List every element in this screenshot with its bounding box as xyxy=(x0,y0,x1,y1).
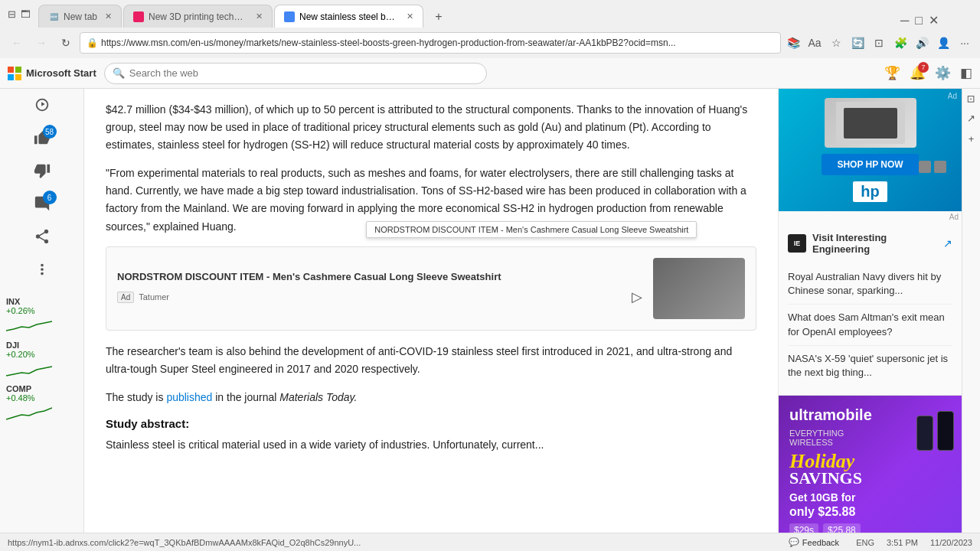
ad-play-icon[interactable]: ▷ xyxy=(632,289,642,305)
refresh-button[interactable]: ↻ xyxy=(55,32,77,54)
tab-3-favicon xyxy=(284,11,295,22)
hp-computer-image xyxy=(825,98,916,148)
split-icon[interactable]: ⊡ xyxy=(870,34,888,52)
tab-2-label: New 3D printing technology en... xyxy=(149,11,248,22)
ie-item-1[interactable]: Royal Australian Navy divers hit by Chin… xyxy=(788,264,952,305)
ie-header: IE Visit Interesting Engineering ↗ xyxy=(788,232,952,255)
tab-strip-icon[interactable]: 🗔 xyxy=(21,8,31,20)
tab-3-label: New stainless steel boosts green... xyxy=(299,11,399,22)
right-panel-icon[interactable]: ◧ xyxy=(960,65,972,81)
notification-badge: 7 xyxy=(918,62,929,73)
search-input[interactable] xyxy=(129,67,479,79)
far-right-strip: ⊡ ↗ + xyxy=(962,89,980,533)
stock-comp-chart xyxy=(6,403,52,422)
tab-close-2[interactable]: ✕ xyxy=(256,11,263,21)
forward-button[interactable]: → xyxy=(31,32,52,54)
ie-logo: IE xyxy=(788,234,806,253)
stock-dji-label: DJI xyxy=(6,341,77,350)
lock-icon: 🔒 xyxy=(87,37,98,48)
dislike-icon[interactable] xyxy=(34,162,51,181)
back-button[interactable]: ← xyxy=(6,32,28,54)
notification-icon[interactable]: 🔔 7 xyxy=(910,65,926,81)
ie-external-icon[interactable]: ↗ xyxy=(943,237,952,249)
walmart-ad: ultramobile EVERYTHING WIRELESS Holiday … xyxy=(779,396,962,533)
tab-1[interactable]: 🆕 New tab ✕ xyxy=(38,5,122,28)
in-article-ad: NORDSTROM DISCOUNT ITEM - Men's Cashmere… xyxy=(106,246,756,331)
ultra-text: ultramobile xyxy=(789,406,872,424)
phone-shape-1 xyxy=(916,416,933,451)
status-right: 💬 Feedback ENG 3:51 PM 11/20/2023 xyxy=(784,536,972,549)
left-sidebar: 58 6 INX +0.26% xyxy=(0,89,84,533)
ie-item-3[interactable]: NASA's X-59 'quiet' supersonic jet is th… xyxy=(788,346,952,386)
more-options-icon[interactable]: ··· xyxy=(956,34,974,52)
audio-sidebar-icon[interactable] xyxy=(34,96,51,116)
close-button[interactable]: ✕ xyxy=(929,13,939,28)
browser-chrome: ⊟ 🗔 🆕 New tab ✕ New 3D printing technolo… xyxy=(0,0,980,58)
feedback-label: Feedback xyxy=(802,538,839,547)
window-icon[interactable]: ⊟ xyxy=(8,8,16,20)
msn-search-box[interactable]: 🔍 xyxy=(104,63,487,84)
right-sidebar: Ad SHOP HP NOW hp Ad IE Visit Interestin… xyxy=(778,89,962,533)
main-content-area: 58 6 INX +0.26% xyxy=(0,89,980,533)
collections-strip-icon[interactable]: ⊡ xyxy=(965,95,977,103)
tab-3[interactable]: New stainless steel boosts green... ✕ xyxy=(274,5,423,28)
settings-icon[interactable]: ⚙️ xyxy=(935,65,951,81)
article-paragraph-3: Stainless steel is critical material use… xyxy=(106,436,756,454)
stock-dji-chart xyxy=(6,359,52,378)
msn-name: Microsoft Start xyxy=(26,67,96,79)
maximize-button[interactable]: □ xyxy=(915,14,923,28)
ie-title: Visit Interesting Engineering xyxy=(812,232,937,255)
expand-strip-icon[interactable]: + xyxy=(969,133,975,145)
tab-close-3[interactable]: ✕ xyxy=(407,11,413,21)
share-strip-icon[interactable]: ↗ xyxy=(967,112,975,124)
tab-favicon: 🆕 xyxy=(48,11,59,22)
study-abstract-heading: Study abstract: xyxy=(106,417,756,430)
stock-inx[interactable]: INX +0.26% xyxy=(6,297,77,334)
status-date: 11/20/2023 xyxy=(930,538,972,547)
address-bar-row: ← → ↻ 🔒 https://www.msn.com/en-us/money/… xyxy=(0,28,980,58)
trophy-icon[interactable]: 🏆 xyxy=(884,65,900,81)
published-link[interactable]: published xyxy=(166,391,212,403)
feedback-button[interactable]: 💬 Feedback xyxy=(784,536,844,549)
stock-dji[interactable]: DJI +0.20% xyxy=(6,341,77,378)
stock-inx-label: INX xyxy=(6,297,77,306)
stock-comp[interactable]: COMP +0.48% xyxy=(6,384,77,422)
tab-close-1[interactable]: ✕ xyxy=(105,11,112,21)
reader-icon[interactable]: Aa xyxy=(805,34,824,52)
stock-comp-value: +0.48% xyxy=(6,393,77,403)
refresh-icon[interactable]: 🔄 xyxy=(848,34,867,52)
walmart-holiday: Holiday SAVINGS xyxy=(789,450,951,488)
stock-comp-label: COMP xyxy=(6,384,77,393)
tab-2[interactable]: New 3D printing technology en... ✕ xyxy=(123,5,273,28)
status-url: https://nym1-ib.adnxs.com/click2?e=wqT_3… xyxy=(8,538,784,547)
search-icon: 🔍 xyxy=(113,67,125,79)
walmart-old-prices: $29s $25.88 xyxy=(789,523,951,533)
comment-icon-wrapper[interactable]: 6 xyxy=(34,195,51,214)
ie-item-2[interactable]: What does Sam Altman's exit mean for Ope… xyxy=(788,305,952,345)
share-icon[interactable] xyxy=(34,228,51,247)
stock-area: INX +0.26% DJI +0.20% COMP +0.48% xyxy=(0,291,83,428)
tab-2-favicon xyxy=(133,11,144,22)
ad-image-area[interactable] xyxy=(653,258,745,319)
published-suffix: in the journal xyxy=(215,391,279,403)
favorites-icon[interactable]: ☆ xyxy=(827,34,845,52)
ad-tooltip: NORDSTROM DISCOUNT ITEM - Men's Cashmere… xyxy=(366,221,697,238)
extension-icon[interactable]: 🧩 xyxy=(891,34,910,52)
like-icon-wrapper[interactable]: 58 xyxy=(34,129,51,148)
msn-logo[interactable]: Microsoft Start xyxy=(8,67,96,80)
minimize-button[interactable]: ─ xyxy=(900,14,909,28)
walmart-price: only $25.88 xyxy=(789,505,951,519)
tab-add-button[interactable]: + xyxy=(428,6,449,28)
shop-hp-now-button[interactable]: SHOP HP NOW xyxy=(822,154,918,175)
address-bar[interactable]: 🔒 https://www.msn.com/en-us/money/market… xyxy=(80,32,781,54)
ad-image-overlay xyxy=(653,258,745,319)
article-paragraph-2: The researcher's team is also behind the… xyxy=(106,343,756,378)
msn-header: Microsoft Start 🔍 🏆 🔔 7 ⚙️ ◧ xyxy=(0,58,980,89)
more-icon[interactable] xyxy=(34,261,51,280)
audio-icon[interactable]: 🔊 xyxy=(913,34,931,52)
profile-icon[interactable]: 👤 xyxy=(934,34,952,52)
stock-dji-value: +0.20% xyxy=(6,350,77,359)
walmart-price-old1: $29s xyxy=(789,523,818,533)
published-prefix: The study is xyxy=(106,391,163,403)
collections-icon[interactable]: 📚 xyxy=(784,34,802,52)
